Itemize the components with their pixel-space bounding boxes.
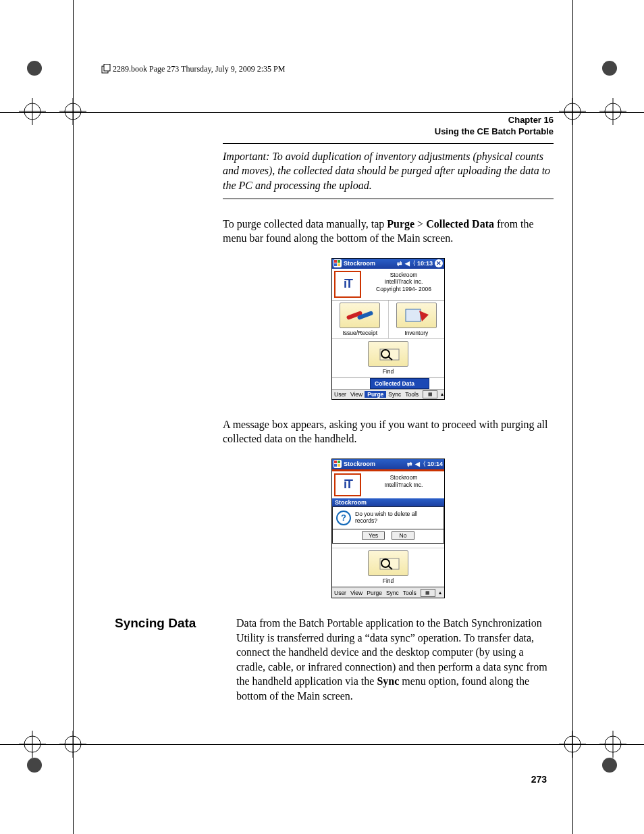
registration-mark: [599, 98, 626, 125]
device-menubar: User View Purge Sync Tools ▦ ▴: [332, 389, 444, 399]
find-icon: [368, 341, 408, 367]
svg-rect-26: [334, 260, 337, 263]
purge-collected-data-item[interactable]: Collected Data: [370, 378, 429, 389]
dialog-titlebar: Stockroom: [332, 498, 444, 506]
registration-ball: [27, 61, 42, 76]
sip-arrow-icon[interactable]: ▴: [437, 590, 444, 596]
dialog-text: Do you wish to delete all records?: [355, 511, 440, 524]
handheld-screenshot-2: Stockroom ⇄ ◀〈 10:14 iT Stockroom Intell…: [331, 459, 445, 598]
page-content: 2289.book Page 273 Thursday, July 9, 200…: [101, 64, 567, 704]
divider: [223, 199, 554, 199]
framemaker-header: 2289.book Page 273 Thursday, July 9, 200…: [101, 64, 567, 74]
find-button[interactable]: Find: [332, 548, 444, 587]
svg-rect-28: [334, 263, 337, 266]
icon-label: Find: [383, 577, 394, 584]
menu-user[interactable]: User: [332, 590, 348, 596]
menu-tools[interactable]: Tools: [401, 590, 419, 596]
svg-rect-29: [338, 263, 340, 266]
bold-run: Purge: [387, 218, 414, 230]
find-icon: [368, 550, 408, 576]
no-button[interactable]: No: [392, 531, 414, 540]
purge-paragraph: To purge collected data manually, tap Pu…: [223, 217, 554, 246]
crop-line: [73, 0, 74, 834]
text-run: >: [414, 218, 426, 230]
crop-line: [0, 744, 644, 745]
menu-purge[interactable]: Purge: [365, 391, 386, 398]
bold-run: Collected Data: [426, 218, 494, 230]
menu-tools[interactable]: Tools: [403, 391, 421, 398]
inventory-icon: [396, 303, 437, 328]
device-menubar: User View Purge Sync Tools ▦ ▴: [332, 588, 444, 598]
icon-label: Find: [383, 368, 394, 375]
inventory-button[interactable]: Inventory: [389, 301, 445, 339]
app-title: Stockroom: [344, 461, 375, 467]
issue-receipt-button[interactable]: Issue/Receipt: [332, 301, 389, 339]
syncing-paragraph: Data from the Batch Portable application…: [236, 616, 554, 704]
intellitrack-logo: iT: [334, 271, 361, 298]
icon-label: Issue/Receipt: [343, 330, 378, 336]
svg-rect-38: [334, 464, 337, 467]
registration-ball: [602, 758, 617, 773]
menu-user[interactable]: User: [332, 391, 348, 398]
device-titlebar: Stockroom ⇄ ◀〈 10:14: [332, 459, 444, 469]
text-run: To purge collected data manually, tap: [223, 218, 387, 230]
menu-purge[interactable]: Purge: [365, 590, 384, 596]
app-title: Stockroom: [344, 260, 375, 267]
figure-purge-menu: Stockroom ⇄ ◀〈 10:13 ✕ iT Stockroom Inte…: [209, 258, 567, 400]
menu-view[interactable]: View: [348, 391, 365, 398]
menu-view[interactable]: View: [348, 590, 365, 596]
sync-icon: ⇄: [397, 260, 402, 267]
app-banner: iT Stockroom IntelliTrack Inc. Copyright…: [332, 269, 444, 301]
banner-line: Copyright 1994- 2006: [365, 286, 443, 293]
device-titlebar: Stockroom ⇄ ◀〈 10:13 ✕: [332, 259, 444, 269]
bold-run: Sync: [377, 675, 399, 687]
find-button[interactable]: Find: [332, 339, 444, 377]
registration-mark: [59, 731, 86, 758]
yes-button[interactable]: Yes: [362, 531, 385, 540]
menu-sync[interactable]: Sync: [384, 590, 401, 596]
registration-ball: [27, 758, 42, 773]
msgbox-paragraph: A message box appears, asking you if you…: [223, 417, 554, 446]
banner-line: IntelliTrack Inc.: [365, 481, 443, 489]
confirm-dialog: Stockroom ? Do you wish to delete all re…: [332, 498, 444, 544]
framemaker-header-text: 2289.book Page 273 Thursday, July 9, 200…: [113, 64, 285, 74]
speaker-icon: ◀〈: [415, 460, 426, 469]
keyboard-icon[interactable]: ▦: [423, 390, 437, 398]
chapter-title: Using the CE Batch Portable: [101, 126, 554, 138]
svg-rect-36: [334, 461, 337, 463]
speaker-icon: ◀〈: [405, 259, 416, 268]
svg-rect-27: [338, 260, 340, 263]
page-number: 273: [531, 774, 547, 785]
sip-arrow-icon[interactable]: ▴: [439, 391, 446, 397]
sync-icon: ⇄: [407, 461, 412, 467]
svg-rect-37: [338, 461, 340, 463]
svg-rect-39: [338, 464, 340, 467]
handheld-screenshot-1: Stockroom ⇄ ◀〈 10:13 ✕ iT Stockroom Inte…: [331, 258, 445, 400]
figure-confirm-dialog: Stockroom ⇄ ◀〈 10:14 iT Stockroom Intell…: [209, 459, 567, 598]
question-icon: ?: [336, 511, 351, 525]
icon-label: Inventory: [404, 330, 428, 336]
banner-line: IntelliTrack Inc.: [365, 278, 443, 286]
svg-rect-25: [104, 64, 110, 71]
app-banner: iT Stockroom IntelliTrack Inc.: [332, 471, 444, 498]
issue-receipt-icon: [340, 303, 380, 328]
important-note: Important: To avoid duplication of inven…: [223, 149, 554, 193]
chapter-number: Chapter 16: [101, 115, 554, 126]
registration-mark: [59, 98, 86, 125]
registration-mark: [19, 98, 46, 125]
divider: [223, 143, 554, 144]
chapter-header: Chapter 16 Using the CE Batch Portable: [101, 115, 554, 138]
menu-sync[interactable]: Sync: [386, 391, 403, 398]
banner-line: Stockroom: [365, 474, 443, 481]
registration-mark: [19, 731, 46, 758]
registration-mark: [559, 731, 586, 758]
svg-rect-32: [406, 309, 421, 321]
keyboard-icon[interactable]: ▦: [421, 589, 435, 597]
banner-line: Stockroom: [365, 271, 443, 279]
crop-line: [572, 0, 573, 834]
clock-time: 10:13: [417, 260, 433, 267]
clock-time: 10:14: [427, 461, 443, 467]
close-icon[interactable]: ✕: [435, 259, 443, 267]
section-heading-syncing-data: Syncing Data: [115, 616, 236, 631]
registration-mark: [599, 731, 626, 758]
